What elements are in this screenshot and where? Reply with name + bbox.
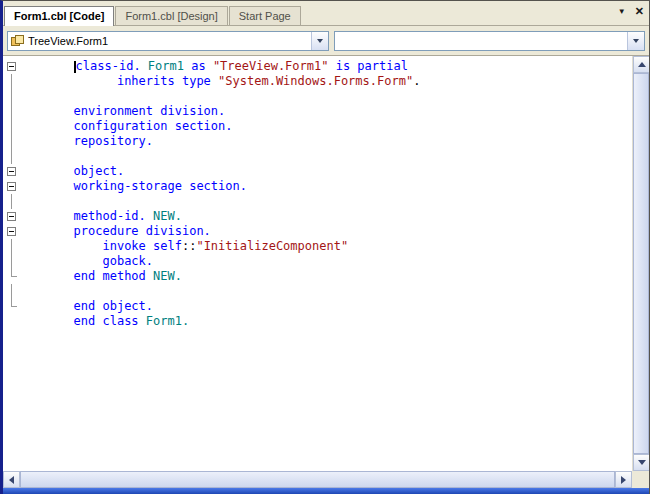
- vertical-scrollbar[interactable]: [632, 56, 649, 471]
- code-line-text: object.: [23, 164, 632, 179]
- tab-label: Form1.cbl [Design]: [125, 10, 217, 22]
- code-line: environment division.: [3, 104, 632, 119]
- arrow-right-icon: [621, 476, 626, 484]
- fold-margin: [3, 119, 23, 134]
- code-line: object.: [3, 164, 632, 179]
- arrow-down-icon: [638, 460, 646, 465]
- types-dropdown[interactable]: TreeView.Form1: [7, 31, 329, 51]
- fold-margin: [3, 134, 23, 149]
- fold-margin: [3, 299, 23, 314]
- scroll-left-button[interactable]: [3, 471, 20, 488]
- vertical-scroll-track[interactable]: [633, 73, 649, 454]
- code-line-text: class-id. Form1 as "TreeView.Form1" is p…: [23, 59, 632, 74]
- members-dropdown-arrow[interactable]: [627, 32, 644, 50]
- code-line-text: inherits type "System.Windows.Forms.Form…: [23, 74, 632, 89]
- chevron-down-icon: [633, 39, 639, 43]
- fold-margin: [3, 254, 23, 269]
- minus-box-icon[interactable]: [7, 212, 16, 221]
- code-line: repository.: [3, 134, 632, 149]
- minus-box-icon[interactable]: [7, 182, 16, 191]
- minus-box-icon[interactable]: [7, 227, 16, 236]
- horizontal-scroll-thumb[interactable]: [20, 471, 615, 488]
- code-line: end class Form1.: [3, 314, 632, 329]
- fold-margin: [3, 149, 23, 164]
- code-line: working-storage section.: [3, 179, 632, 194]
- fold-margin: [3, 269, 23, 284]
- document-tab-bar: Form1.cbl [Code] Form1.cbl [Design] Star…: [3, 1, 649, 26]
- code-line-text: configuration section.: [23, 119, 632, 134]
- code-line: configuration section.: [3, 119, 632, 134]
- code-line-text: end class Form1.: [23, 314, 632, 329]
- code-line-text: invoke self::"InitializeComponent": [23, 239, 632, 254]
- arrow-up-icon: [638, 62, 646, 67]
- editor-main: class-id. Form1 as "TreeView.Form1" is p…: [3, 56, 649, 471]
- tab-label: Form1.cbl [Code]: [14, 10, 104, 22]
- code-line: inherits type "System.Windows.Forms.Form…: [3, 74, 632, 89]
- scrollbar-corner: [632, 471, 649, 488]
- code-line: procedure division.: [3, 224, 632, 239]
- code-editor-window: Form1.cbl [Code] Form1.cbl [Design] Star…: [0, 0, 650, 494]
- code-line-text: working-storage section.: [23, 179, 632, 194]
- code-line: [3, 284, 632, 299]
- code-line-text: [23, 149, 632, 164]
- scroll-right-button[interactable]: [615, 471, 632, 488]
- fold-margin: [3, 104, 23, 119]
- fold-margin: [3, 74, 23, 89]
- minus-box-icon[interactable]: [7, 167, 16, 176]
- tab-start-page[interactable]: Start Page: [229, 6, 301, 25]
- tab-controls: ▼ ✕: [618, 6, 644, 17]
- code-editor-surface[interactable]: class-id. Form1 as "TreeView.Form1" is p…: [3, 56, 632, 471]
- document-list-dropdown-icon[interactable]: ▼: [618, 7, 626, 17]
- fold-margin: [3, 239, 23, 254]
- scroll-up-button[interactable]: [633, 56, 650, 73]
- code-line-text: goback.: [23, 254, 632, 269]
- fold-margin: [3, 89, 23, 104]
- members-dropdown[interactable]: [334, 31, 645, 51]
- tab-form1-cbl-code[interactable]: Form1.cbl [Code]: [4, 6, 114, 26]
- types-dropdown-value: TreeView.Form1: [24, 35, 311, 47]
- fold-collapse-icon[interactable]: [3, 164, 23, 179]
- horizontal-scroll-track[interactable]: [20, 471, 615, 488]
- code-line-text: repository.: [23, 134, 632, 149]
- horizontal-scrollbar[interactable]: [3, 471, 632, 488]
- vertical-scroll-thumb[interactable]: [633, 73, 649, 454]
- code-line-text: end object.: [23, 299, 632, 314]
- fold-collapse-icon[interactable]: [3, 59, 23, 74]
- tab-form1-cbl-design[interactable]: Form1.cbl [Design]: [115, 6, 227, 25]
- code-line-text: [23, 284, 632, 299]
- editor-area: class-id. Form1 as "TreeView.Form1" is p…: [3, 55, 649, 488]
- code-line: [3, 89, 632, 104]
- fold-collapse-icon[interactable]: [3, 224, 23, 239]
- code-line-text: end method NEW.: [23, 269, 632, 284]
- types-dropdown-arrow[interactable]: [311, 32, 328, 50]
- code-line: method-id. NEW.: [3, 209, 632, 224]
- code-line-text: [23, 194, 632, 209]
- code-line-text: procedure division.: [23, 224, 632, 239]
- code-line: goback.: [3, 254, 632, 269]
- fold-margin: [3, 314, 23, 329]
- fold-margin: [3, 284, 23, 299]
- code-lines: class-id. Form1 as "TreeView.Form1" is p…: [3, 59, 632, 329]
- arrow-left-icon: [9, 476, 14, 484]
- code-line: [3, 149, 632, 164]
- minus-box-icon[interactable]: [7, 62, 16, 71]
- window-bottom-edge: [3, 488, 649, 494]
- fold-collapse-icon[interactable]: [3, 179, 23, 194]
- tab-label: Start Page: [239, 10, 291, 22]
- code-line: class-id. Form1 as "TreeView.Form1" is p…: [3, 59, 632, 74]
- code-line-text: environment division.: [23, 104, 632, 119]
- code-line: end object.: [3, 299, 632, 314]
- code-line: end method NEW.: [3, 269, 632, 284]
- class-icon: [11, 35, 24, 46]
- chevron-down-icon: [317, 39, 323, 43]
- close-document-icon[interactable]: ✕: [635, 6, 644, 17]
- code-line-text: [23, 89, 632, 104]
- fold-collapse-icon[interactable]: [3, 209, 23, 224]
- horizontal-scrollbar-row: [3, 471, 649, 488]
- code-line: invoke self::"InitializeComponent": [3, 239, 632, 254]
- code-line: [3, 194, 632, 209]
- scroll-down-button[interactable]: [633, 454, 650, 471]
- fold-margin: [3, 194, 23, 209]
- navigation-bar: TreeView.Form1: [3, 26, 649, 55]
- code-line-text: method-id. NEW.: [23, 209, 632, 224]
